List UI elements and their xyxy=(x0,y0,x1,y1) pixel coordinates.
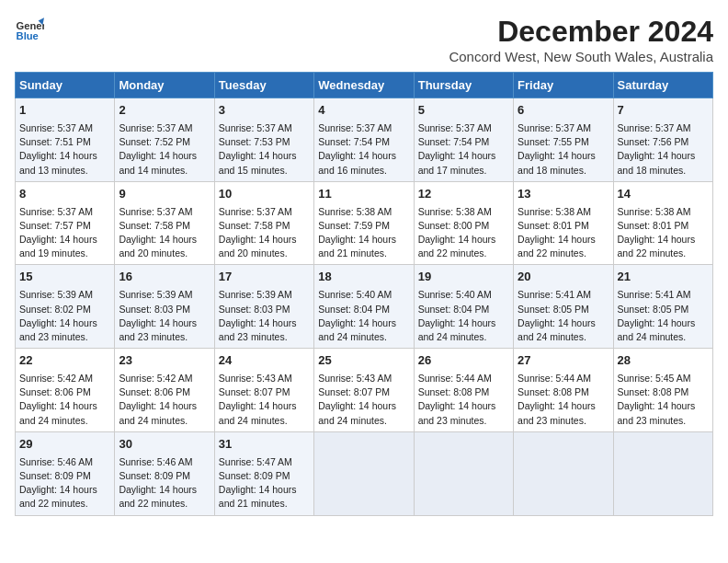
day-number: 26 xyxy=(418,352,509,370)
calendar-cell: 15Sunrise: 5:39 AMSunset: 8:02 PMDayligh… xyxy=(16,265,115,349)
day-info: Sunrise: 5:37 AM xyxy=(19,205,110,219)
calendar-cell xyxy=(514,431,613,515)
day-info: Sunset: 7:54 PM xyxy=(318,135,409,149)
day-info: and 23 minutes. xyxy=(19,330,110,344)
day-info: Sunset: 8:05 PM xyxy=(518,303,609,316)
calendar-cell xyxy=(314,431,414,515)
day-info: Sunset: 8:08 PM xyxy=(518,385,609,399)
day-number: 7 xyxy=(618,102,709,120)
day-info: and 23 minutes. xyxy=(418,414,509,428)
day-info: Sunrise: 5:37 AM xyxy=(119,121,210,135)
calendar-cell: 21Sunrise: 5:41 AMSunset: 8:05 PMDayligh… xyxy=(613,265,712,349)
day-number: 12 xyxy=(418,186,509,203)
day-number: 9 xyxy=(119,186,210,203)
day-info: and 24 minutes. xyxy=(318,414,409,428)
day-info: Daylight: 14 hours xyxy=(318,316,409,330)
calendar-cell: 14Sunrise: 5:38 AMSunset: 8:01 PMDayligh… xyxy=(613,181,712,265)
day-info: Daylight: 14 hours xyxy=(318,233,409,247)
day-info: Sunrise: 5:40 AM xyxy=(418,288,509,302)
calendar-cell: 8Sunrise: 5:37 AMSunset: 7:57 PMDaylight… xyxy=(16,181,115,265)
title-block: December 2024 Concord West, New South Wa… xyxy=(449,15,713,64)
day-info: Sunrise: 5:38 AM xyxy=(318,205,409,219)
day-info: and 15 minutes. xyxy=(219,164,310,178)
day-info: Daylight: 14 hours xyxy=(119,483,210,497)
day-number: 31 xyxy=(219,436,310,454)
day-info: Sunset: 7:52 PM xyxy=(119,135,210,149)
day-info: Sunrise: 5:39 AM xyxy=(19,288,110,302)
day-info: Sunrise: 5:39 AM xyxy=(119,288,210,302)
day-info: Sunrise: 5:37 AM xyxy=(318,121,409,135)
calendar-cell: 12Sunrise: 5:38 AMSunset: 8:00 PMDayligh… xyxy=(414,181,513,265)
calendar-cell: 26Sunrise: 5:44 AMSunset: 8:08 PMDayligh… xyxy=(414,349,513,432)
header-row: SundayMondayTuesdayWednesdayThursdayFrid… xyxy=(16,73,713,98)
calendar-cell: 4Sunrise: 5:37 AMSunset: 7:54 PMDaylight… xyxy=(314,98,414,182)
day-info: Sunset: 7:58 PM xyxy=(219,219,310,233)
day-info: and 20 minutes. xyxy=(219,247,310,260)
day-info: Sunset: 8:01 PM xyxy=(618,219,709,233)
day-info: Sunset: 8:04 PM xyxy=(418,303,509,316)
day-info: Daylight: 14 hours xyxy=(19,483,110,497)
calendar-cell: 25Sunrise: 5:43 AMSunset: 8:07 PMDayligh… xyxy=(314,349,414,432)
calendar-cell: 28Sunrise: 5:45 AMSunset: 8:08 PMDayligh… xyxy=(613,349,712,432)
day-info: Sunrise: 5:46 AM xyxy=(119,455,210,469)
calendar-cell: 6Sunrise: 5:37 AMSunset: 7:55 PMDaylight… xyxy=(514,98,613,182)
day-info: Daylight: 14 hours xyxy=(19,233,110,247)
day-number: 23 xyxy=(119,352,210,370)
column-header-monday: Monday xyxy=(115,73,214,98)
day-number: 4 xyxy=(318,102,409,120)
logo: General Blue xyxy=(15,15,44,44)
calendar-cell: 13Sunrise: 5:38 AMSunset: 8:01 PMDayligh… xyxy=(514,181,613,265)
day-info: Daylight: 14 hours xyxy=(219,149,310,163)
day-info: Sunset: 8:00 PM xyxy=(418,219,509,233)
day-info: Sunrise: 5:37 AM xyxy=(518,121,609,135)
day-info: and 24 minutes. xyxy=(318,330,409,344)
day-info: Sunset: 7:55 PM xyxy=(518,135,609,149)
day-number: 17 xyxy=(219,269,310,286)
day-info: Sunset: 7:54 PM xyxy=(418,135,509,149)
svg-text:Blue: Blue xyxy=(17,30,39,41)
day-info: Daylight: 14 hours xyxy=(518,316,609,330)
day-number: 20 xyxy=(518,269,609,286)
day-number: 22 xyxy=(19,352,110,370)
day-info: and 22 minutes. xyxy=(618,247,709,260)
day-info: and 23 minutes. xyxy=(219,330,310,344)
calendar-cell: 11Sunrise: 5:38 AMSunset: 7:59 PMDayligh… xyxy=(314,181,414,265)
day-info: Daylight: 14 hours xyxy=(19,149,110,163)
day-number: 6 xyxy=(518,102,609,120)
day-info: Sunset: 7:58 PM xyxy=(119,219,210,233)
day-number: 1 xyxy=(19,102,110,120)
day-info: and 24 minutes. xyxy=(418,330,509,344)
day-number: 30 xyxy=(119,436,210,454)
day-info: and 24 minutes. xyxy=(518,330,609,344)
day-number: 29 xyxy=(19,436,110,454)
day-info: Sunrise: 5:37 AM xyxy=(618,121,709,135)
calendar-cell: 17Sunrise: 5:39 AMSunset: 8:03 PMDayligh… xyxy=(214,265,313,349)
day-info: and 18 minutes. xyxy=(518,164,609,178)
day-number: 14 xyxy=(618,186,709,203)
column-header-tuesday: Tuesday xyxy=(214,73,313,98)
calendar-cell: 18Sunrise: 5:40 AMSunset: 8:04 PMDayligh… xyxy=(314,265,414,349)
calendar-cell: 23Sunrise: 5:42 AMSunset: 8:06 PMDayligh… xyxy=(115,349,214,432)
column-header-saturday: Saturday xyxy=(613,73,712,98)
day-info: Sunset: 8:09 PM xyxy=(119,469,210,483)
calendar-cell: 9Sunrise: 5:37 AMSunset: 7:58 PMDaylight… xyxy=(115,181,214,265)
day-info: Sunrise: 5:37 AM xyxy=(119,205,210,219)
column-header-wednesday: Wednesday xyxy=(314,73,414,98)
day-info: Daylight: 14 hours xyxy=(418,316,509,330)
calendar-cell: 19Sunrise: 5:40 AMSunset: 8:04 PMDayligh… xyxy=(414,265,513,349)
day-info: Daylight: 14 hours xyxy=(318,149,409,163)
day-info: Sunset: 8:09 PM xyxy=(219,469,310,483)
day-info: Daylight: 14 hours xyxy=(418,399,509,413)
day-info: Sunrise: 5:43 AM xyxy=(219,372,310,385)
day-info: Sunrise: 5:38 AM xyxy=(618,205,709,219)
day-info: Sunrise: 5:41 AM xyxy=(618,288,709,302)
day-number: 28 xyxy=(618,352,709,370)
day-info: Sunrise: 5:44 AM xyxy=(418,372,509,385)
day-info: Sunrise: 5:43 AM xyxy=(318,372,409,385)
day-info: Sunrise: 5:39 AM xyxy=(219,288,310,302)
day-info: Sunset: 8:08 PM xyxy=(618,385,709,399)
logo-icon: General Blue xyxy=(15,15,44,44)
day-info: Daylight: 14 hours xyxy=(219,399,310,413)
day-info: Daylight: 14 hours xyxy=(19,399,110,413)
day-info: Sunrise: 5:44 AM xyxy=(518,372,609,385)
